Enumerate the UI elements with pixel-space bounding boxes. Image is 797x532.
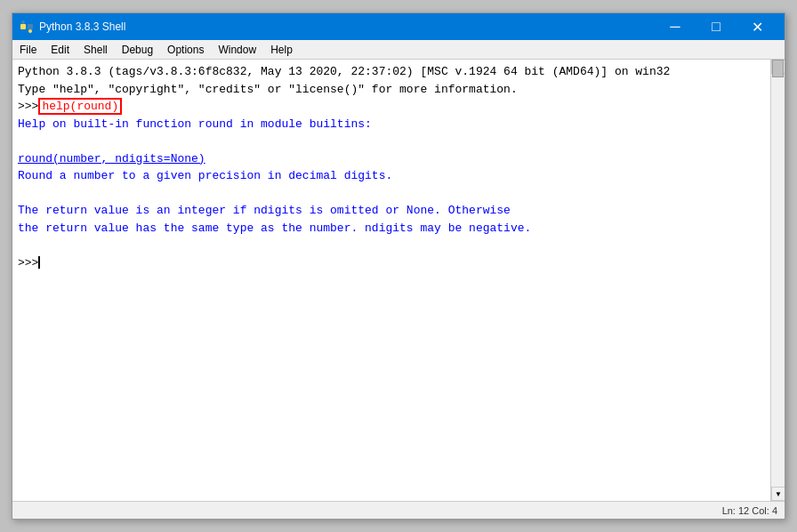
- svg-rect-0: [20, 24, 26, 29]
- svg-rect-1: [28, 24, 33, 29]
- menu-window[interactable]: Window: [211, 40, 263, 59]
- title-bar: Python 3.8.3 Shell ─ □ ✕: [12, 13, 785, 40]
- window-controls: ─ □ ✕: [655, 13, 777, 40]
- svg-point-2: [21, 20, 25, 24]
- scroll-down-button[interactable]: ▼: [771, 487, 785, 501]
- content-area: Python 3.8.3 (tags/v3.8.3:6f8c832, May 1…: [12, 60, 785, 501]
- final-prompt-line: >>>: [18, 254, 779, 272]
- prompt1: >>>: [18, 100, 38, 113]
- cursor: [38, 256, 40, 269]
- menu-help[interactable]: Help: [263, 40, 300, 59]
- minimize-button[interactable]: ─: [655, 13, 696, 40]
- app-icon: [20, 20, 34, 34]
- scroll-thumb[interactable]: [772, 60, 784, 77]
- main-window: Python 3.8.3 Shell ─ □ ✕ File Edit Shell…: [12, 12, 785, 520]
- signature-line: round(number, ndigits=None): [18, 150, 779, 168]
- python-version-line: Python 3.8.3 (tags/v3.8.3:6f8c832, May 1…: [18, 63, 779, 81]
- desc1-line: Round a number to a given precision in d…: [18, 167, 779, 185]
- command-highlight: help(round): [38, 98, 122, 115]
- maximize-button[interactable]: □: [696, 13, 737, 40]
- desc2-line: The return value is an integer if ndigit…: [18, 202, 779, 220]
- function-signature: round(number, ndigits=None): [18, 152, 205, 165]
- help-header-line: Help on built-in function round in modul…: [18, 116, 779, 133]
- shell-output[interactable]: Python 3.8.3 (tags/v3.8.3:6f8c832, May 1…: [12, 60, 785, 501]
- menu-file[interactable]: File: [12, 40, 44, 59]
- desc3-line: the return value has the same type as th…: [18, 220, 779, 238]
- window-title: Python 3.8.3 Shell: [39, 20, 655, 33]
- close-button[interactable]: ✕: [737, 13, 777, 40]
- command-line: >>>help(round): [18, 98, 779, 116]
- menu-bar: File Edit Shell Debug Options Window Hel…: [12, 40, 785, 60]
- cursor-position: Ln: 12 Col: 4: [722, 505, 777, 516]
- prompt2: >>>: [18, 256, 38, 270]
- status-bar: Ln: 12 Col: 4: [12, 501, 785, 519]
- python-info-line: Type "help", "copyright", "credits" or "…: [18, 81, 779, 99]
- scrollbar[interactable]: ▲ ▼: [770, 60, 785, 501]
- menu-options[interactable]: Options: [160, 40, 211, 59]
- menu-shell[interactable]: Shell: [76, 40, 115, 59]
- menu-edit[interactable]: Edit: [44, 40, 76, 59]
- menu-debug[interactable]: Debug: [115, 40, 160, 59]
- svg-point-3: [28, 29, 32, 33]
